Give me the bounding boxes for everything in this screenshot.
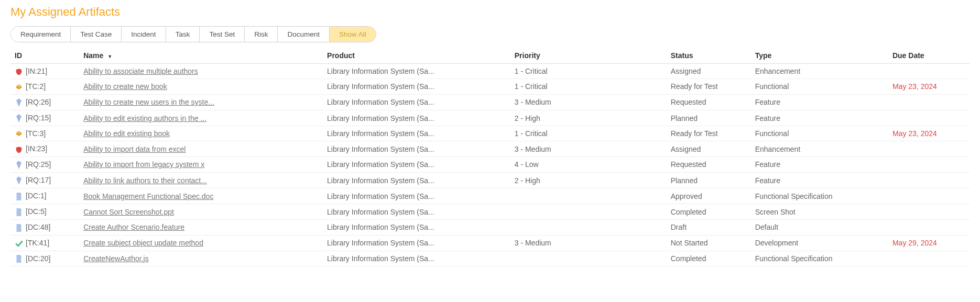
cell-priority: 3 - Medium <box>510 235 667 251</box>
artifact-link[interactable]: CreateNewAuthor.js <box>83 254 149 263</box>
cell-product: Library Information System (Sa... <box>323 219 510 235</box>
cell-id: [DC:1] <box>10 188 79 204</box>
cell-name: Ability to edit existing book <box>79 126 323 141</box>
id-label: [DC:20] <box>26 254 50 263</box>
cell-due-date <box>888 173 970 188</box>
tab-show-all[interactable]: Show All <box>330 27 376 42</box>
tab-requirement[interactable]: Requirement <box>11 27 71 42</box>
cell-due-date: May 23, 2024 <box>888 79 970 94</box>
cell-name: Cannot Sort Screenshot.ppt <box>79 204 323 220</box>
artifact-link[interactable]: Ability to edit existing authors in the … <box>83 114 206 122</box>
table-row: [RQ:25]Ability to import from legacy sys… <box>10 156 970 172</box>
cell-type: Feature <box>751 110 888 126</box>
artifact-link[interactable]: Ability to create new users in the syste… <box>83 98 214 106</box>
cell-id: [DC:20] <box>10 251 79 266</box>
cell-status: Ready for Test <box>667 126 751 141</box>
artifact-link[interactable]: Ability to associate multiple authors <box>83 67 198 75</box>
cell-type: Enhancement <box>751 141 888 156</box>
tab-incident[interactable]: Incident <box>122 27 166 42</box>
table-row: [DC:20]CreateNewAuthor.jsLibrary Informa… <box>10 251 970 266</box>
cell-status: Not Started <box>667 235 751 251</box>
requirement-icon <box>15 114 23 122</box>
artifact-link[interactable]: Ability to link authors to their contact… <box>83 176 207 185</box>
cell-name: Book Management Functional Spec.doc <box>79 188 323 204</box>
cell-due-date <box>888 64 970 79</box>
cell-status: Planned <box>667 173 751 188</box>
svg-marker-0 <box>16 98 21 107</box>
cell-type: Functional <box>751 79 888 94</box>
table-row: [RQ:26]Ability to create new users in th… <box>10 94 970 110</box>
requirement-icon <box>15 98 23 107</box>
cell-priority <box>510 188 667 204</box>
document-icon <box>15 255 23 263</box>
cell-priority: 4 - Low <box>510 156 667 172</box>
cell-due-date <box>888 110 970 126</box>
table-row: [RQ:17]Ability to link authors to their … <box>10 173 970 188</box>
id-label: [DC:5] <box>26 207 47 216</box>
artifact-link[interactable]: Ability to import data from excel <box>83 145 186 153</box>
column-header-product[interactable]: Product <box>323 48 510 64</box>
artifact-link[interactable]: Book Management Functional Spec.doc <box>83 192 213 200</box>
table-row: [RQ:15]Ability to edit existing authors … <box>10 110 970 126</box>
artifact-link[interactable]: Create Author Scenario.feature <box>83 223 184 231</box>
cell-product: Library Information System (Sa... <box>323 173 510 188</box>
column-header-name[interactable]: Name ▼ <box>79 48 323 64</box>
sort-indicator-icon: ▼ <box>107 54 112 59</box>
tab-risk[interactable]: Risk <box>245 27 278 42</box>
cell-name: Ability to import from legacy system x <box>79 156 323 172</box>
testcase-icon <box>15 84 23 91</box>
tab-task[interactable]: Task <box>166 27 200 42</box>
cell-status: Completed <box>667 251 751 266</box>
cell-id: [RQ:15] <box>10 110 79 126</box>
cell-name: Ability to link authors to their contact… <box>79 173 323 188</box>
incident-icon <box>15 68 23 75</box>
cell-priority: 2 - High <box>510 173 667 188</box>
cell-type: Enhancement <box>751 64 888 79</box>
cell-id: [RQ:26] <box>10 94 79 110</box>
cell-product: Library Information System (Sa... <box>323 141 510 156</box>
cell-status: Ready for Test <box>667 79 751 94</box>
artifact-link[interactable]: Cannot Sort Screenshot.ppt <box>83 208 174 216</box>
cell-due-date: May 23, 2024 <box>888 126 970 141</box>
cell-id: [IN:23] <box>10 141 79 156</box>
tab-test-set[interactable]: Test Set <box>200 27 245 42</box>
cell-type: Functional <box>751 126 888 141</box>
artifact-link[interactable]: Create subject object update method <box>83 239 203 247</box>
svg-marker-3 <box>16 176 21 185</box>
table-row: [TK:41]Create subject object update meth… <box>10 235 970 251</box>
artifact-link[interactable]: Ability to create new book <box>83 82 167 91</box>
cell-id: [DC:48] <box>10 219 79 235</box>
svg-marker-1 <box>16 114 21 122</box>
cell-due-date <box>888 94 970 110</box>
cell-due-date <box>888 204 970 220</box>
column-header-priority[interactable]: Priority <box>510 48 667 64</box>
cell-priority <box>510 251 667 266</box>
id-label: [DC:48] <box>26 223 50 231</box>
artifact-link[interactable]: Ability to import from legacy system x <box>83 160 204 169</box>
table-row: [TC:2]Ability to create new bookLibrary … <box>10 79 970 94</box>
cell-product: Library Information System (Sa... <box>323 64 510 79</box>
document-icon <box>15 193 23 200</box>
tab-test-case[interactable]: Test Case <box>71 27 122 42</box>
id-label: [RQ:25] <box>26 160 51 169</box>
cell-type: Development <box>751 235 888 251</box>
cell-name: Ability to create new users in the syste… <box>79 94 323 110</box>
cell-type: Feature <box>751 94 888 110</box>
id-label: [DC:1] <box>26 192 47 200</box>
table-row: [TC:3]Ability to edit existing bookLibra… <box>10 126 970 141</box>
artifact-link[interactable]: Ability to edit existing book <box>83 129 170 138</box>
cell-name: CreateNewAuthor.js <box>79 251 323 266</box>
id-label: [RQ:26] <box>26 98 51 106</box>
column-header-id[interactable]: ID <box>10 48 79 64</box>
cell-product: Library Information System (Sa... <box>323 126 510 141</box>
cell-due-date <box>888 251 970 266</box>
requirement-icon <box>15 176 23 185</box>
column-header-type[interactable]: Type <box>751 48 888 64</box>
cell-type: Screen Shot <box>751 204 888 220</box>
cell-id: [RQ:17] <box>10 173 79 188</box>
column-header-due[interactable]: Due Date <box>888 48 970 64</box>
cell-priority <box>510 219 667 235</box>
tab-document[interactable]: Document <box>278 27 330 42</box>
column-header-status[interactable]: Status <box>667 48 751 64</box>
cell-due-date <box>888 156 970 172</box>
